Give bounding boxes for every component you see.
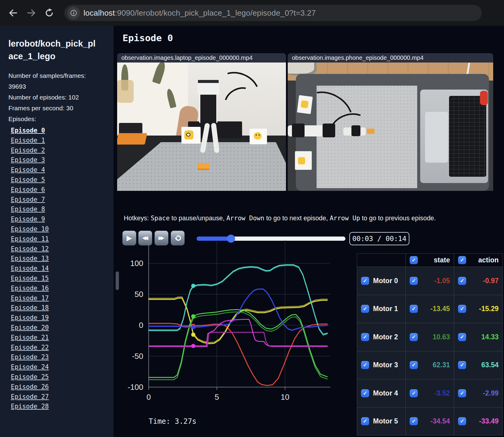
- episode-link[interactable]: Episode 6: [11, 185, 45, 195]
- url-host: localhost: [83, 8, 115, 17]
- motor-checkbox[interactable]: ✓: [361, 305, 369, 313]
- episode-link[interactable]: Episode 28: [11, 402, 49, 411]
- action-value-checkbox[interactable]: ✓: [458, 305, 466, 313]
- motor-row-label-cell: ✓Motor 4: [357, 379, 406, 408]
- episode-link[interactable]: Episode 2: [11, 145, 45, 155]
- main-panel: Episode 0 observation.images.laptop_epis…: [114, 26, 504, 437]
- browser-bar: localhost:9090/lerobot/koch_pick_place_1…: [0, 0, 504, 26]
- hotkey-text-segment: Hotkeys:: [124, 215, 151, 222]
- motor-checkbox[interactable]: ✓: [361, 333, 369, 341]
- url-text: localhost:9090/lerobot/koch_pick_place_1…: [83, 8, 316, 18]
- motor-label: Motor 4: [373, 389, 398, 397]
- action-value-checkbox[interactable]: ✓: [458, 361, 466, 369]
- episode-link[interactable]: Episode 5: [11, 175, 45, 185]
- episode-link[interactable]: Episode 26: [11, 382, 49, 392]
- site-info-button[interactable]: [67, 7, 80, 19]
- episode-link[interactable]: Episode 1: [11, 136, 45, 145]
- episode-list: Episode 0Episode 1Episode 2Episode 3Epis…: [11, 126, 114, 411]
- state-value-checkbox[interactable]: ✓: [410, 389, 418, 397]
- episode-link[interactable]: Episode 12: [11, 244, 49, 254]
- episode-link[interactable]: Episode 17: [11, 293, 49, 303]
- reload-icon: [44, 8, 54, 18]
- motor-state-cell: ✓-3.52: [406, 379, 454, 408]
- state-value: -3.52: [434, 389, 450, 397]
- back-arrow-icon: [8, 8, 18, 18]
- orange-mount: [117, 133, 147, 145]
- episode-link[interactable]: Episode 15: [11, 274, 49, 283]
- motor-checkbox[interactable]: ✓: [361, 417, 369, 425]
- episode-link[interactable]: Episode 11: [11, 234, 49, 244]
- action-value: 14.33: [481, 333, 499, 341]
- state-value-checkbox[interactable]: ✓: [410, 333, 418, 341]
- y-tick-label: 0: [139, 321, 143, 330]
- action-value: -0.97: [483, 277, 499, 285]
- current-time-marker: [191, 325, 195, 329]
- video-title-phone: observation.images.phone_episode_000000.…: [288, 53, 493, 63]
- action-value-checkbox[interactable]: ✓: [458, 333, 466, 341]
- episode-link[interactable]: Episode 9: [11, 214, 45, 224]
- motor-checkbox[interactable]: ✓: [361, 361, 369, 369]
- episode-link[interactable]: Episode 23: [11, 352, 49, 362]
- motor-checkbox[interactable]: ✓: [361, 389, 369, 397]
- episode-link[interactable]: Episode 21: [11, 333, 49, 343]
- episode-link[interactable]: Episode 24: [11, 362, 49, 372]
- hotkey-key: Space: [151, 215, 170, 222]
- motor-action-cell: ✓-15.29: [454, 295, 503, 323]
- white-box: [297, 95, 313, 114]
- hotkey-text-segment: to pause/unpause,: [170, 215, 226, 222]
- state-header-checkbox[interactable]: ✓: [410, 256, 418, 264]
- url-bar[interactable]: localhost:9090/lerobot/koch_pick_place_1…: [64, 5, 482, 21]
- laptop: [420, 90, 488, 183]
- motor-label: Motor 2: [373, 333, 398, 341]
- episode-link[interactable]: Episode 16: [11, 283, 49, 293]
- huggingface-box: [295, 151, 312, 170]
- hotkey-key: Arrow Up: [330, 215, 360, 222]
- episode-link[interactable]: Episode 18: [11, 303, 49, 313]
- action-value-checkbox[interactable]: ✓: [458, 417, 466, 425]
- forward-button[interactable]: [26, 8, 37, 18]
- motor-chart: 100500-50-1000510: [123, 234, 333, 404]
- episode-link[interactable]: Episode 27: [11, 392, 49, 402]
- chart-time-label: Time: 3.27s: [149, 417, 196, 426]
- state-value-checkbox[interactable]: ✓: [410, 417, 418, 425]
- motor-checkbox[interactable]: ✓: [361, 277, 369, 285]
- motor-row-label-cell: ✓Motor 1: [357, 295, 406, 323]
- dataset-info-line: Frames per second: 30: [8, 103, 87, 114]
- state-value: -1.05: [434, 277, 450, 285]
- action-value: 63.54: [481, 361, 499, 369]
- episode-link[interactable]: Episode 4: [11, 165, 45, 175]
- sidebar-scrollbar-thumb[interactable]: [116, 271, 119, 290]
- state-value-checkbox[interactable]: ✓: [410, 305, 418, 313]
- info-icon: [70, 9, 77, 17]
- action-header-checkbox[interactable]: ✓: [458, 256, 466, 264]
- episode-link[interactable]: Episode 10: [11, 224, 49, 234]
- motor-state-cell: ✓10.63: [406, 323, 454, 351]
- robot-motor: [292, 124, 305, 137]
- state-value-checkbox[interactable]: ✓: [410, 361, 418, 369]
- video-title-laptop: observation.images.laptop_episode_000000…: [117, 53, 286, 63]
- episode-link[interactable]: Episode 3: [11, 155, 45, 165]
- action-value: -15.29: [479, 305, 499, 313]
- episode-link[interactable]: Episode 19: [11, 313, 49, 323]
- episode-link[interactable]: Episode 25: [11, 372, 49, 382]
- motor-action-cell: ✓-33.49: [454, 408, 503, 436]
- episode-link[interactable]: Episode 22: [11, 343, 49, 353]
- url-path: :9090/lerobot/koch_pick_place_1_lego/epi…: [115, 8, 316, 17]
- episode-link[interactable]: Episode 0: [11, 126, 45, 136]
- episode-link[interactable]: Episode 8: [11, 204, 45, 214]
- motor-state-cell: ✓-13.45: [406, 295, 454, 323]
- state-value-checkbox[interactable]: ✓: [410, 277, 418, 285]
- sidebar: lerobot/koch_pick_place_1_lego Number of…: [0, 26, 114, 437]
- motor-label: Motor 3: [373, 361, 398, 369]
- action-value-checkbox[interactable]: ✓: [458, 389, 466, 397]
- forward-arrow-icon: [26, 8, 36, 18]
- episode-link[interactable]: Episode 7: [11, 195, 45, 205]
- episode-link[interactable]: Episode 20: [11, 323, 49, 333]
- reload-button[interactable]: [44, 8, 55, 18]
- back-button[interactable]: [8, 8, 19, 18]
- episode-link[interactable]: Episode 14: [11, 264, 49, 274]
- video-card-laptop: observation.images.laptop_episode_000000…: [117, 53, 286, 191]
- action-value-checkbox[interactable]: ✓: [458, 277, 466, 285]
- episode-link[interactable]: Episode 13: [11, 254, 49, 264]
- panda-box: [181, 127, 201, 144]
